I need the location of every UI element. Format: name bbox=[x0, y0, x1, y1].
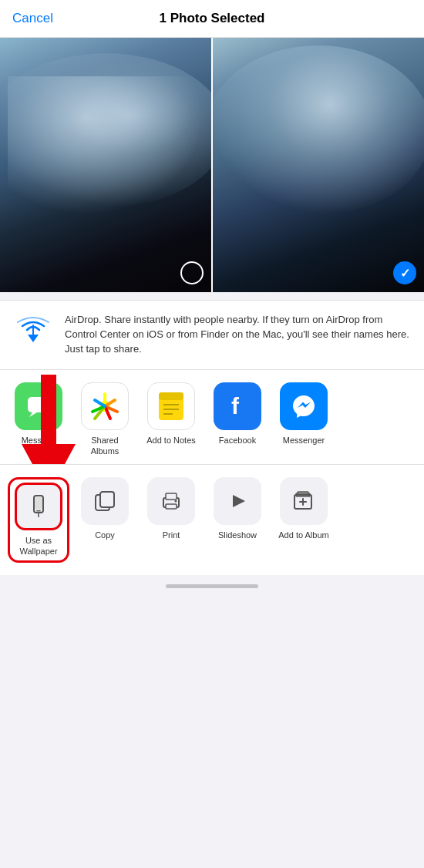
slideshow-label: Slideshow bbox=[218, 530, 257, 540]
header-title: 1 Photo Selected bbox=[160, 11, 265, 26]
action-item-add-to-album[interactable]: Add to Album bbox=[273, 477, 335, 540]
share-item-add-to-notes[interactable]: Add to Notes bbox=[140, 382, 202, 446]
share-item-message[interactable]: Message bbox=[8, 382, 69, 446]
svg-marker-1 bbox=[22, 375, 76, 466]
svg-marker-28 bbox=[233, 495, 245, 507]
svg-point-27 bbox=[175, 500, 177, 503]
shared-albums-icon bbox=[81, 382, 129, 430]
photo-image-2 bbox=[213, 38, 424, 292]
red-arrow-indicator bbox=[14, 375, 83, 466]
selection-circle-2[interactable] bbox=[393, 261, 416, 284]
action-item-copy[interactable]: Copy bbox=[74, 477, 136, 540]
use-as-wallpaper-label: Use asWallpaper bbox=[19, 535, 57, 557]
action-item-use-as-wallpaper[interactable]: Use asWallpaper bbox=[8, 477, 69, 563]
svg-rect-25 bbox=[166, 493, 177, 500]
copy-icon bbox=[81, 477, 129, 525]
header: Cancel 1 Photo Selected bbox=[0, 0, 424, 38]
messenger-label: Messenger bbox=[283, 435, 325, 446]
action-item-slideshow[interactable]: Slideshow bbox=[207, 477, 268, 540]
facebook-icon: f bbox=[214, 382, 261, 430]
messenger-icon bbox=[280, 382, 328, 430]
svg-rect-20 bbox=[36, 510, 41, 512]
svg-rect-19 bbox=[35, 497, 42, 510]
svg-rect-13 bbox=[159, 392, 183, 400]
share-item-shared-albums[interactable]: SharedAlbums bbox=[74, 382, 136, 457]
print-icon bbox=[147, 477, 195, 525]
add-to-album-icon bbox=[280, 477, 328, 525]
share-section: Message SharedAlbums bbox=[0, 370, 424, 466]
selection-circle-1[interactable] bbox=[180, 261, 204, 284]
airdrop-icon[interactable] bbox=[12, 313, 54, 355]
svg-rect-23 bbox=[100, 492, 114, 507]
svg-text:f: f bbox=[231, 393, 240, 419]
slideshow-icon bbox=[214, 477, 261, 525]
share-item-facebook[interactable]: f Facebook bbox=[207, 382, 268, 446]
photo-image-1 bbox=[0, 38, 211, 292]
share-row: Message SharedAlbums bbox=[0, 370, 424, 466]
facebook-label: Facebook bbox=[219, 435, 256, 446]
home-bar bbox=[166, 584, 258, 588]
action-row: Use asWallpaper Copy Print bbox=[0, 465, 424, 575]
airdrop-description: AirDrop. Share instantly with people nea… bbox=[65, 313, 412, 357]
cancel-button[interactable]: Cancel bbox=[12, 11, 53, 26]
svg-rect-26 bbox=[166, 504, 177, 509]
print-label: Print bbox=[163, 530, 180, 540]
add-to-notes-icon bbox=[147, 382, 195, 430]
airdrop-section: AirDrop. Share instantly with people nea… bbox=[0, 300, 424, 370]
add-to-notes-label: Add to Notes bbox=[146, 435, 196, 446]
add-to-album-label: Add to Album bbox=[278, 530, 328, 540]
home-indicator bbox=[0, 575, 424, 594]
shared-albums-label: SharedAlbums bbox=[91, 435, 119, 457]
action-item-print[interactable]: Print bbox=[140, 477, 202, 540]
copy-label: Copy bbox=[95, 530, 115, 540]
photo-cell-1[interactable] bbox=[0, 38, 211, 292]
use-as-wallpaper-icon bbox=[15, 483, 62, 530]
photo-grid bbox=[0, 38, 424, 292]
photo-cell-2[interactable] bbox=[213, 38, 424, 292]
share-item-messenger[interactable]: Messenger bbox=[273, 382, 335, 446]
